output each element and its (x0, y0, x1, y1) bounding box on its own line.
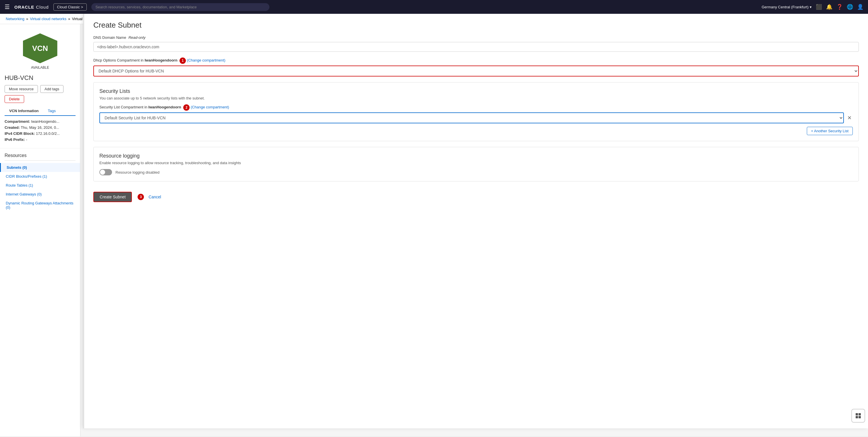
region-selector[interactable]: Germany Central (Frankfurt) ▾ (762, 5, 812, 9)
vcn-hexagon-icon: VCN (23, 33, 57, 63)
resources-divider (5, 161, 75, 161)
tab-vcn-information[interactable]: VCN Information (5, 106, 43, 116)
vcn-name: HUB-VCN (5, 74, 75, 82)
globe-icon[interactable]: 🌐 (847, 4, 853, 10)
support-fab-grid (856, 413, 861, 418)
help-icon[interactable]: ❓ (836, 4, 843, 10)
vcn-ipv4: IPv4 CIDR Block: 172.16.0.0/2... (5, 132, 75, 136)
region-chevron-icon: ▾ (810, 5, 812, 9)
dhcp-change-compartment-link[interactable]: (Change compartment) (187, 58, 225, 62)
vcn-icon-label: VCN (32, 44, 48, 53)
security-change-compartment-link[interactable]: (Change compartment) (191, 105, 229, 109)
support-fab[interactable] (851, 409, 865, 423)
step-badge-3: 3 (137, 194, 144, 200)
tab-tags[interactable]: Tags (43, 106, 60, 116)
dhcp-options-select[interactable]: Default DHCP Options for HUB-VCN (93, 65, 859, 77)
resources-heading: Resources (0, 148, 80, 161)
sidebar-item-route-tables[interactable]: Route Tables (1) (0, 181, 80, 190)
cloud-classic-button[interactable]: Cloud Classic > (54, 3, 87, 11)
security-compartment-label: Security List Compartment in IwanHoogend… (99, 105, 853, 111)
security-lists-desc: You can associate up to 5 network securi… (99, 96, 853, 100)
vcn-info-section: HUB-VCN Move resource Add tags Delete VC… (0, 74, 80, 148)
panel-actions: Create Subnet 3 Cancel (93, 187, 859, 202)
search-input[interactable] (91, 3, 270, 11)
sidebar-item-subnets[interactable]: Subnets (0) (0, 163, 80, 172)
security-list-select-row: Default Security List for HUB-VCN ✕ (99, 112, 853, 123)
vcn-tabs: VCN Information Tags (5, 106, 75, 116)
bell-icon[interactable]: 🔔 (826, 4, 832, 10)
navbar-right: Germany Central (Frankfurt) ▾ ⬛ 🔔 ❓ 🌐 👤 (762, 4, 863, 10)
breadcrumb-vcn[interactable]: Virtual cloud networks (30, 17, 66, 21)
dhcp-compartment-label: Dhcp Options Compartment in IwanHoogendo… (93, 58, 859, 64)
vcn-compartment: Compartment: IwanHoogendo... (5, 119, 75, 124)
main-layout: VCN AVAILABLE HUB-VCN Move resource Add … (0, 24, 868, 436)
security-list-select[interactable]: Default Security List for HUB-VCN (99, 112, 844, 123)
toggle-knob (100, 170, 105, 175)
brand-oracle: ORACLE (14, 5, 34, 9)
delete-button[interactable]: Delete (5, 95, 24, 103)
dhcp-section: Dhcp Options Compartment in IwanHoogendo… (93, 58, 859, 77)
resource-logging-title: Resource logging (99, 153, 853, 159)
navbar: ☰ ORACLE Cloud Cloud Classic > Germany C… (0, 0, 868, 14)
resource-logging-desc: Enable resource logging to allow resourc… (99, 161, 853, 165)
sidebar-item-cidr[interactable]: CIDR Blocks/Prefixes (1) (0, 172, 80, 181)
toggle-label: Resource logging disabled (116, 170, 159, 175)
breadcrumb-sep1: » (26, 17, 28, 21)
cancel-button[interactable]: Cancel (149, 195, 161, 199)
brand-cloud: Cloud (36, 5, 49, 9)
brand-logo: ORACLE Cloud (14, 5, 49, 9)
dns-domain-input[interactable] (93, 42, 859, 52)
vcn-status-badge: AVAILABLE (31, 65, 49, 69)
panel-title: Create Subnet (93, 21, 859, 30)
vcn-actions: Move resource Add tags Delete (5, 85, 75, 103)
sidebar-item-internet-gateways[interactable]: Internet Gateways (0) (0, 190, 80, 199)
create-subnet-panel: Create Subnet DNS Domain Name Read-only … (83, 14, 868, 428)
dns-domain-readonly-label: Read-only (128, 35, 145, 40)
security-lists-section: Security Lists You can associate up to 5… (93, 82, 859, 141)
terminal-icon[interactable]: ⬛ (816, 4, 822, 10)
add-tags-button[interactable]: Add tags (40, 85, 63, 93)
move-resource-button[interactable]: Move resource (5, 85, 38, 93)
hamburger-icon[interactable]: ☰ (5, 3, 10, 10)
sidebar: VCN AVAILABLE HUB-VCN Move resource Add … (0, 24, 81, 436)
clear-security-list-button[interactable]: ✕ (846, 114, 853, 122)
vcn-created: Created: Thu, May 16, 2024, 0... (5, 125, 75, 130)
user-icon[interactable]: 👤 (857, 4, 863, 10)
vcn-icon-container: VCN AVAILABLE (0, 29, 80, 74)
resource-logging-section: Resource logging Enable resource logging… (93, 147, 859, 181)
logging-toggle-row: Resource logging disabled (99, 169, 853, 175)
dns-domain-label: DNS Domain Name (93, 35, 126, 40)
add-another-security-list-button[interactable]: + Another Security List (807, 127, 853, 135)
step-badge-2: 2 (183, 105, 190, 111)
vcn-ipv6: IPv6 Prefix: - (5, 138, 75, 142)
sidebar-item-drg[interactable]: Dynamic Routing Gateways Attachments (0) (0, 199, 80, 212)
security-lists-title: Security Lists (99, 88, 853, 94)
resource-logging-toggle[interactable] (99, 169, 112, 175)
dns-domain-section: DNS Domain Name Read-only (93, 35, 859, 52)
breadcrumb-sep2: » (68, 17, 70, 21)
create-subnet-submit-button[interactable]: Create Subnet (93, 192, 132, 202)
step-badge-1: 1 (180, 58, 186, 64)
breadcrumb-networking[interactable]: Networking (6, 17, 24, 21)
region-label: Germany Central (Frankfurt) (762, 5, 809, 9)
